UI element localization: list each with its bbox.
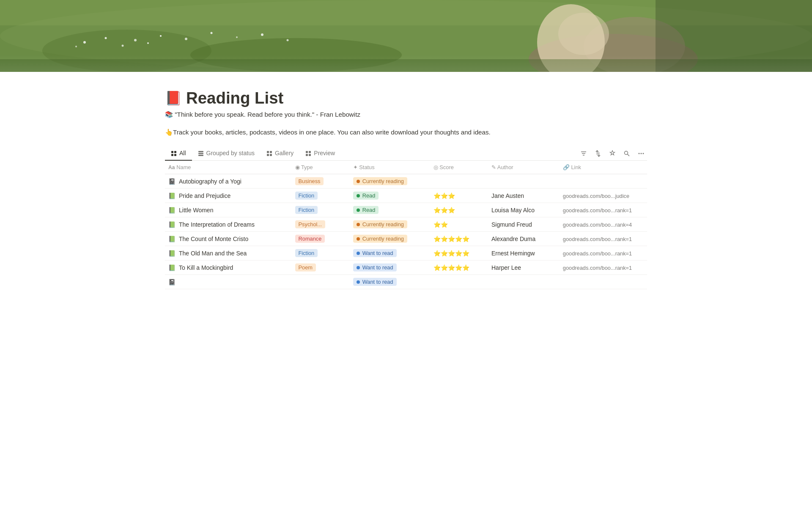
more-options-button[interactable] <box>635 148 647 159</box>
col-link-icon: 🔗 <box>563 164 571 170</box>
link-text: goodreads.com/boo...rank=1 <box>563 265 632 271</box>
cell-author: Alexandre Duma <box>486 232 558 246</box>
cell-type[interactable]: Romance <box>290 232 348 246</box>
cell-link[interactable]: goodreads.com/boo...rank=1 <box>558 246 647 260</box>
cell-link[interactable]: goodreads.com/boo...rank=1 <box>558 203 647 217</box>
page-emoji: 📕 <box>165 90 182 106</box>
cell-score: ⭐⭐⭐ <box>428 203 486 217</box>
status-badge: Currently reading <box>353 177 407 185</box>
cell-status[interactable]: Currently reading <box>348 232 428 246</box>
cell-type[interactable]: Business <box>290 174 348 189</box>
cell-name[interactable]: 📗Little Women <box>165 203 290 217</box>
cell-type[interactable]: Fiction <box>290 246 348 260</box>
filter-button[interactable] <box>578 148 590 159</box>
svg-point-6 <box>105 37 107 39</box>
table-row[interactable]: 📗The Count of Monte CristoRomanceCurrent… <box>165 232 647 246</box>
svg-point-15 <box>122 45 124 47</box>
status-badge: Read <box>353 192 379 200</box>
svg-point-5 <box>83 41 86 44</box>
col-name-icon: Aa <box>168 164 175 170</box>
cell-type[interactable]: Psychol... <box>290 217 348 232</box>
book-emoji: 📗 <box>168 192 176 199</box>
book-title: To Kill a Mockingbird <box>179 264 233 271</box>
type-badge: Business <box>295 177 324 185</box>
link-text: goodreads.com/boo...rank=1 <box>563 250 632 257</box>
cell-type[interactable]: Poem <box>290 260 348 275</box>
table-row[interactable]: 📗Little WomenFictionRead⭐⭐⭐Louisa May Al… <box>165 203 647 217</box>
cell-link[interactable]: goodreads.com/boo...rank=1 <box>558 232 647 246</box>
col-status-icon: ✦ <box>353 164 359 170</box>
search-button[interactable] <box>621 148 633 159</box>
table-row[interactable]: 📗The Interpretation of DreamsPsychol...C… <box>165 217 647 232</box>
cell-author <box>486 275 558 289</box>
cell-status[interactable]: Want to read <box>348 275 428 289</box>
cell-name[interactable]: 📓 <box>165 275 290 289</box>
book-emoji: 📓 <box>168 279 176 285</box>
page-content: 📕 Reading List 📚 "Think before you speak… <box>131 72 681 323</box>
table-row[interactable]: 📗The Old Man and the SeaFictionWant to r… <box>165 246 647 260</box>
automation-button[interactable] <box>606 148 618 159</box>
cell-type[interactable]: Fiction <box>290 189 348 203</box>
svg-rect-33 <box>270 154 272 156</box>
col-header-link[interactable]: 🔗 Link <box>558 161 647 174</box>
cell-name[interactable]: 📗To Kill a Mockingbird <box>165 260 290 275</box>
cell-status[interactable]: Want to read <box>348 246 428 260</box>
col-header-author[interactable]: ✎ Author <box>486 161 558 174</box>
tab-preview-label: Preview <box>314 150 335 156</box>
col-header-score[interactable]: ◎ Score <box>428 161 486 174</box>
tab-grouped[interactable]: Grouped by status <box>192 146 261 161</box>
cell-name[interactable]: 📓Autobiography of a Yogi <box>165 174 290 189</box>
type-badge: Romance <box>295 235 325 243</box>
cell-author: Ernest Hemingw <box>486 246 558 260</box>
cell-score: ⭐⭐⭐⭐⭐ <box>428 246 486 260</box>
svg-point-16 <box>147 42 149 44</box>
type-badge: Poem <box>295 263 316 271</box>
sort-button[interactable] <box>592 148 604 159</box>
cell-link[interactable]: goodreads.com/boo...rank=1 <box>558 260 647 275</box>
cell-status[interactable]: Read <box>348 189 428 203</box>
tab-gallery[interactable]: Gallery <box>261 146 299 161</box>
table-row[interactable]: 📗Pride and PrejudiceFictionRead⭐⭐⭐Jane A… <box>165 189 647 203</box>
cell-link[interactable]: goodreads.com/boo...judice <box>558 189 647 203</box>
cell-link[interactable] <box>558 275 647 289</box>
book-title: Little Women <box>179 207 213 214</box>
table-row[interactable]: 📓Want to read <box>165 275 647 289</box>
tab-preview[interactable]: Preview <box>299 146 341 161</box>
cell-type[interactable] <box>290 275 348 289</box>
table-row[interactable]: 📓Autobiography of a YogiBusinessCurrentl… <box>165 174 647 189</box>
col-header-name[interactable]: AaName <box>165 161 290 174</box>
book-emoji: 📗 <box>168 221 176 228</box>
tab-all-icon <box>171 150 177 156</box>
cell-link[interactable]: goodreads.com/boo...rank=4 <box>558 217 647 232</box>
svg-point-4 <box>190 38 402 72</box>
book-emoji: 📗 <box>168 264 176 271</box>
col-header-type[interactable]: ◉ Type <box>290 161 348 174</box>
book-title: Autobiography of a Yogi <box>179 178 241 185</box>
svg-rect-37 <box>309 154 311 156</box>
status-dot <box>357 252 360 255</box>
book-emoji: 📗 <box>168 207 176 214</box>
svg-point-3 <box>42 30 211 72</box>
status-badge: Currently reading <box>353 220 407 228</box>
cell-name[interactable]: 📗The Count of Monte Cristo <box>165 232 290 246</box>
cell-name[interactable]: 📗The Old Man and the Sea <box>165 246 290 260</box>
cell-status[interactable]: Read <box>348 203 428 217</box>
cell-name[interactable]: 📗The Interpretation of Dreams <box>165 217 290 232</box>
table-row[interactable]: 📗To Kill a MockingbirdPoemWant to read⭐⭐… <box>165 260 647 275</box>
cell-name[interactable]: 📗Pride and Prejudice <box>165 189 290 203</box>
cell-link[interactable] <box>558 174 647 189</box>
svg-rect-26 <box>174 154 176 156</box>
book-title: Pride and Prejudice <box>179 192 230 199</box>
tab-all[interactable]: All <box>165 146 192 161</box>
cell-type[interactable]: Fiction <box>290 203 348 217</box>
col-header-status[interactable]: ✦ Status <box>348 161 428 174</box>
cell-score: ⭐⭐⭐⭐⭐ <box>428 232 486 246</box>
svg-point-12 <box>261 33 263 36</box>
cell-status[interactable]: Want to read <box>348 260 428 275</box>
svg-point-45 <box>639 153 640 154</box>
cell-status[interactable]: Currently reading <box>348 174 428 189</box>
svg-rect-36 <box>306 154 308 156</box>
status-dot <box>357 180 360 183</box>
cell-status[interactable]: Currently reading <box>348 217 428 232</box>
cell-score: ⭐⭐ <box>428 217 486 232</box>
